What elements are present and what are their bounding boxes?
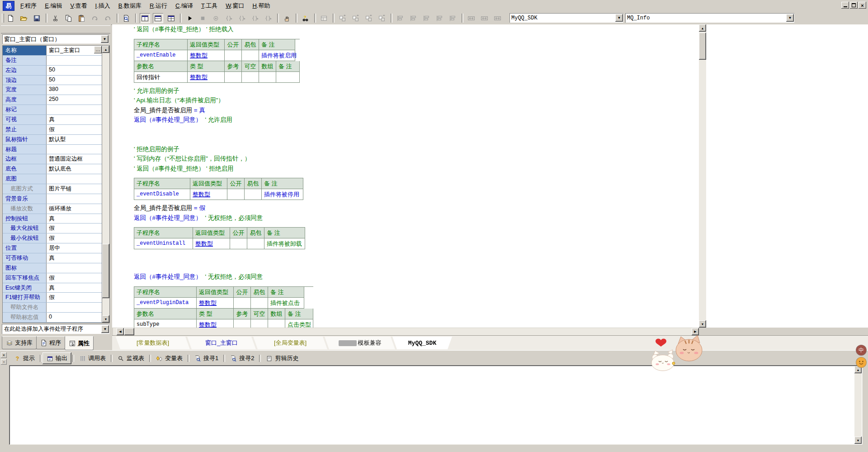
property-row-label[interactable]: 底图 bbox=[3, 174, 47, 184]
align-left-icon[interactable] bbox=[395, 13, 406, 23]
table-header-cell[interactable]: 数组 bbox=[268, 309, 285, 319]
property-row-label[interactable]: 顶边 bbox=[3, 76, 47, 85]
property-row-value[interactable] bbox=[47, 174, 102, 184]
table-cell[interactable] bbox=[242, 72, 259, 83]
table-header-cell[interactable]: 易包 bbox=[251, 287, 268, 298]
output-tab-调用表[interactable]: 调用表 bbox=[75, 352, 110, 364]
property-row-label[interactable]: 左边 bbox=[3, 66, 47, 75]
property-row-label[interactable]: 宽度 bbox=[3, 85, 47, 95]
table-cell[interactable] bbox=[242, 50, 259, 61]
property-row-value[interactable]: 250 bbox=[47, 95, 102, 105]
property-row-label[interactable]: 高度 bbox=[3, 95, 47, 105]
table-header-cell[interactable]: 公开 bbox=[227, 178, 245, 189]
property-row-value[interactable]: 循环播放 bbox=[47, 204, 102, 214]
panel-tab-支持库[interactable]: 支持库 bbox=[2, 336, 37, 349]
table-header-cell[interactable]: 返回值类型 bbox=[193, 228, 230, 238]
property-row-label[interactable]: 名称 bbox=[3, 46, 47, 55]
properties-panel-titlebar[interactable] bbox=[1, 25, 110, 33]
table-cell[interactable]: 插件将被卸载 bbox=[264, 238, 305, 249]
property-row-label[interactable]: 背景音乐 bbox=[3, 194, 47, 204]
property-row-label[interactable]: 回车下移焦点 bbox=[3, 273, 47, 283]
property-row-value[interactable]: 假 bbox=[47, 125, 102, 134]
ellipsis-button[interactable]: … bbox=[94, 46, 102, 53]
paste-icon[interactable] bbox=[76, 13, 87, 23]
table-cell[interactable] bbox=[247, 238, 264, 249]
property-row-value[interactable] bbox=[47, 105, 102, 114]
property-row-value[interactable] bbox=[47, 145, 102, 154]
table-header-cell[interactable]: 数组 bbox=[259, 61, 276, 72]
property-row-label[interactable]: 可否移动 bbox=[3, 253, 47, 263]
property-row-label[interactable]: 图标 bbox=[3, 263, 47, 273]
event-handler-combo[interactable]: 在此处选择加入事件处理子程序 ▼ bbox=[2, 324, 109, 334]
property-grid-scrollbar[interactable]: ▲ ▼ bbox=[102, 45, 110, 323]
scrollbar-thumb[interactable] bbox=[102, 244, 109, 298]
sheet-tab-4[interactable]: 模板兼容 bbox=[325, 337, 395, 349]
table-cell[interactable]: 点击类型 bbox=[285, 319, 313, 328]
table-header-cell[interactable]: 返回值类型 bbox=[190, 178, 227, 189]
property-row-value[interactable]: 居中 bbox=[47, 243, 102, 253]
editor-horizontal-scrollbar[interactable]: ◀ ▶ bbox=[113, 328, 699, 336]
property-row-value[interactable] bbox=[47, 303, 102, 312]
output-tab-提示[interactable]: ?提示 bbox=[10, 352, 39, 364]
scroll-down-icon[interactable]: ▼ bbox=[699, 320, 706, 328]
property-row-value[interactable]: 0 bbox=[47, 313, 102, 322]
module-combo[interactable]: MQ_Info ▼ bbox=[625, 13, 794, 23]
table-header-cell[interactable]: 易包 bbox=[245, 178, 262, 189]
property-row-value[interactable]: 真 bbox=[47, 253, 102, 263]
property-row-label[interactable]: 位置 bbox=[3, 243, 47, 253]
table-header-cell[interactable]: 子程序名 bbox=[134, 228, 193, 238]
new-file-icon[interactable] bbox=[5, 13, 16, 23]
property-row-value[interactable]: 假 bbox=[47, 293, 102, 302]
menu-item-r[interactable]: R.运行 bbox=[146, 0, 171, 11]
output-tab-剪辑历史[interactable]: 剪辑历史 bbox=[262, 352, 302, 364]
table-header-cell[interactable]: 返回值类型 bbox=[188, 39, 225, 50]
property-row-value[interactable]: 真 bbox=[47, 214, 102, 224]
property-row-label[interactable]: 边框 bbox=[3, 154, 47, 164]
pause-hand-icon[interactable] bbox=[282, 13, 292, 23]
menu-item-e[interactable]: E.编辑 bbox=[41, 0, 66, 11]
same-width-icon[interactable] bbox=[466, 13, 476, 23]
table-cell[interactable]: 整数型 bbox=[188, 72, 225, 83]
append-col-icon[interactable] bbox=[377, 13, 387, 23]
property-row-label[interactable]: 标题 bbox=[3, 145, 47, 154]
menu-item-v[interactable]: V.查看 bbox=[66, 0, 91, 11]
support-library-combo[interactable]: MyQQ_SDK ▼ bbox=[509, 13, 623, 23]
minimize-button[interactable] bbox=[841, 2, 849, 9]
insert-col-icon[interactable] bbox=[363, 13, 374, 23]
print-preview-icon[interactable] bbox=[121, 13, 132, 23]
property-row-label[interactable]: Esc键关闭 bbox=[3, 283, 47, 293]
same-size-icon[interactable] bbox=[492, 13, 503, 23]
run-icon[interactable] bbox=[184, 13, 195, 23]
same-height-icon[interactable] bbox=[479, 13, 490, 23]
property-row-value[interactable]: 默认型 bbox=[47, 135, 102, 144]
chevron-down-icon[interactable]: ▼ bbox=[615, 14, 623, 22]
property-row-value[interactable]: 50 bbox=[47, 76, 102, 85]
component-selector-combo[interactable]: 窗口_主窗口（窗口） ▼ bbox=[2, 34, 109, 44]
property-row-label[interactable]: 帮助标志值 bbox=[3, 313, 47, 322]
panel-tab-程序[interactable]: 程序 bbox=[36, 336, 65, 349]
output-tab-搜寻1[interactable]: 搜寻1 bbox=[190, 352, 222, 364]
scroll-left-icon[interactable]: ◀ bbox=[117, 328, 124, 335]
table-cell[interactable] bbox=[225, 50, 242, 61]
form-designer-icon[interactable] bbox=[319, 13, 329, 23]
table-header-cell[interactable]: 类 型 bbox=[197, 309, 234, 319]
stop-icon[interactable] bbox=[198, 13, 208, 23]
chevron-down-icon[interactable]: ▼ bbox=[101, 325, 109, 333]
toolbar-grip[interactable] bbox=[2, 14, 4, 23]
table-header-cell[interactable]: 公开 bbox=[230, 228, 247, 238]
table-cell[interactable] bbox=[276, 72, 300, 83]
property-row-label[interactable]: F1键打开帮助 bbox=[3, 293, 47, 302]
scroll-down-icon[interactable]: ▼ bbox=[102, 315, 109, 323]
property-row-value[interactable]: 图片平铺 bbox=[47, 184, 102, 194]
table-header-cell[interactable]: 公开 bbox=[234, 287, 251, 298]
property-row-label[interactable]: 鼠标指针 bbox=[3, 135, 47, 144]
align-center-icon[interactable] bbox=[408, 13, 419, 23]
table-cell[interactable] bbox=[227, 189, 245, 200]
menu-item-w[interactable]: W.窗口 bbox=[222, 0, 248, 11]
property-row-value[interactable]: 窗口_主窗口… bbox=[47, 46, 102, 55]
table-header-cell[interactable]: 备 注 bbox=[268, 287, 304, 298]
cut-icon[interactable] bbox=[50, 13, 61, 23]
restore-button[interactable] bbox=[850, 2, 858, 9]
table-cell[interactable] bbox=[245, 189, 262, 200]
property-row-value[interactable] bbox=[47, 263, 102, 273]
